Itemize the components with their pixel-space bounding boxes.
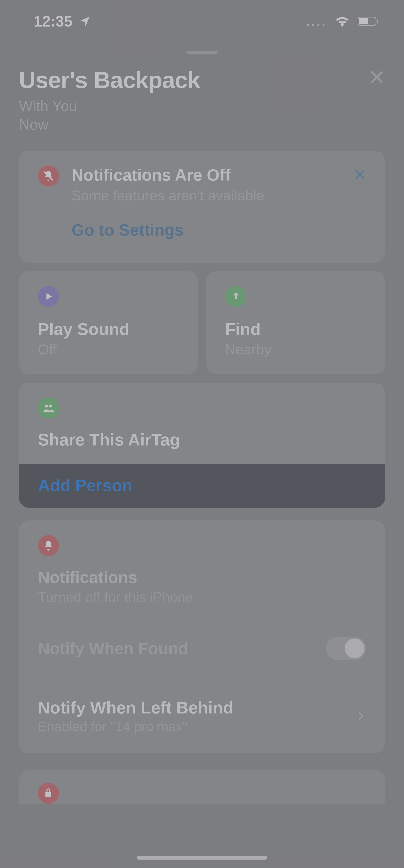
item-subtitle: With You Now: [19, 97, 368, 134]
actions-row: Play Sound Off Find Nearby: [19, 271, 385, 374]
arrow-up-icon: [225, 286, 246, 307]
go-to-settings-link[interactable]: Go to Settings: [71, 220, 366, 240]
battery-icon: [358, 16, 379, 27]
wifi-icon: [335, 14, 350, 29]
notify-when-found-label: Notify When Found: [38, 639, 188, 658]
bell-icon: [38, 535, 59, 556]
share-airtag-card: Share This AirTag Add Person: [19, 383, 385, 508]
play-sound-button[interactable]: Play Sound Off: [19, 271, 198, 374]
close-button[interactable]: [368, 69, 385, 86]
toggle-knob: [345, 639, 364, 658]
chevron-right-icon: [356, 707, 366, 725]
people-icon: [38, 398, 59, 418]
notify-when-found-row[interactable]: Notify When Found: [38, 630, 366, 666]
banner-subtitle: Some features aren't available: [71, 187, 366, 204]
find-button[interactable]: Find Nearby: [206, 271, 385, 374]
lock-icon: [38, 783, 59, 804]
notify-left-behind-row[interactable]: Notify When Left Behind Enabled for "14 …: [38, 692, 366, 741]
item-header: User's Backpack With You Now: [0, 54, 404, 142]
home-indicator[interactable]: [137, 856, 267, 860]
notify-when-found-toggle[interactable]: [326, 637, 366, 660]
svg-rect-2: [377, 20, 378, 23]
notifications-card: Notifications Turned off for this iPhone…: [19, 520, 385, 753]
notify-left-behind-title: Notify When Left Behind: [38, 698, 233, 717]
sheet-grabber-area[interactable]: [0, 44, 404, 54]
notify-left-behind-sub: Enabled for "14 pro max": [38, 719, 233, 734]
play-icon: [38, 286, 59, 307]
status-time: 12:35: [34, 12, 72, 30]
notifications-off-banner: Notifications Are Off Some features aren…: [19, 151, 385, 263]
play-sound-status: Off: [38, 341, 179, 358]
status-bar: 12:35 ....: [0, 0, 404, 38]
share-title: Share This AirTag: [38, 430, 366, 450]
find-status: Nearby: [225, 341, 366, 358]
cellular-dots: ....: [306, 14, 327, 29]
bell-slash-icon: [38, 165, 59, 187]
notifications-title: Notifications: [38, 568, 366, 587]
notifications-subtitle: Turned off for this iPhone: [38, 589, 366, 605]
find-label: Find: [225, 319, 366, 339]
location-icon: [79, 15, 91, 28]
svg-rect-1: [359, 18, 368, 24]
sheet-grabber[interactable]: [186, 51, 218, 54]
lost-mode-card: [19, 770, 385, 804]
play-sound-label: Play Sound: [38, 319, 179, 339]
dismiss-banner-button[interactable]: [354, 165, 366, 185]
item-title: User's Backpack: [19, 66, 368, 93]
add-person-button[interactable]: Add Person: [19, 464, 385, 508]
banner-title: Notifications Are Off: [71, 165, 366, 185]
